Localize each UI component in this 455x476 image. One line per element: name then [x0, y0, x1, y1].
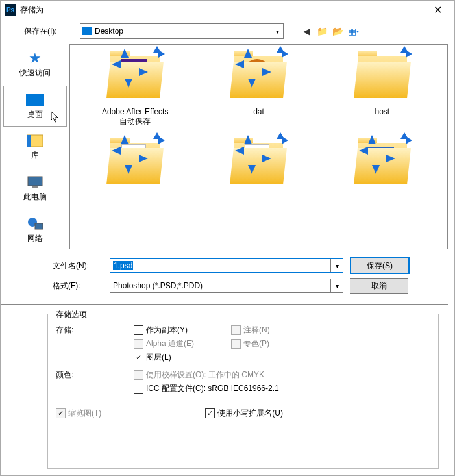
- format-label: 格式(F):: [53, 281, 103, 292]
- places-sidebar: ★ 快速访问 桌面 库: [1, 43, 69, 251]
- storage-label: 存储:: [56, 325, 134, 363]
- checkbox-icon: [134, 339, 143, 349]
- save-as-dialog: Ps 存储为 ✕ 保存在(I): Desktop ▾ ◀ 📁 📂 ▦▾ ★ 快速…: [0, 0, 455, 476]
- svg-rect-3: [32, 186, 38, 188]
- format-field[interactable]: Photoshop (*.PSD;*.PDD) ▾: [110, 279, 343, 293]
- folder-label: host: [375, 107, 389, 116]
- folder-item[interactable]: dat: [200, 47, 317, 127]
- chevron-down-icon[interactable]: ▾: [330, 279, 343, 292]
- format-value: Photoshop (*.PSD;*.PDD): [113, 281, 203, 290]
- sidebar-item-this-pc[interactable]: 此电脑: [3, 168, 67, 210]
- checkbox-icon: [231, 325, 241, 335]
- this-pc-icon: [25, 175, 45, 190]
- save-button[interactable]: 保存(S): [350, 257, 410, 274]
- chk-as-copy[interactable]: 作为副本(Y): [134, 325, 231, 336]
- chevron-down-icon[interactable]: ▾: [330, 259, 343, 272]
- svg-rect-1: [27, 135, 31, 147]
- back-icon[interactable]: ◀: [301, 25, 312, 37]
- sidebar-item-label: 此电脑: [23, 192, 47, 203]
- sidebar-item-libraries[interactable]: 库: [3, 127, 67, 168]
- chk-spot: 专色(P): [231, 338, 328, 349]
- view-menu-icon[interactable]: ▦▾: [347, 25, 359, 37]
- folder-icon: [106, 134, 164, 194]
- filename-value: 1.psd: [113, 261, 133, 270]
- sidebar-item-label: 库: [31, 150, 39, 161]
- sidebar-item-label: 网络: [27, 233, 43, 244]
- form-rows: 文件名(N): 1.psd ▾ 保存(S) 格式(F): Photoshop (…: [1, 251, 448, 305]
- chevron-down-icon[interactable]: ▾: [271, 24, 283, 38]
- folder-item[interactable]: host: [324, 47, 441, 127]
- app-logo: Ps: [5, 4, 16, 16]
- cursor-icon: [51, 111, 60, 123]
- folder-label: dat: [253, 107, 264, 116]
- chk-thumbnail: ✓ 缩览图(T): [56, 408, 101, 419]
- save-in-label: 保存在(I):: [24, 26, 75, 37]
- desktop-icon: [82, 27, 92, 35]
- quick-access-icon: ★: [25, 51, 45, 66]
- checkbox-icon: [231, 339, 241, 349]
- sidebar-item-network[interactable]: 网络: [3, 209, 67, 251]
- checkbox-icon: ✓: [56, 408, 66, 418]
- folder-label-2: 自动保存: [119, 117, 151, 126]
- chk-proof: 使用校样设置(O): 工作中的 CMYK: [134, 370, 279, 381]
- sidebar-item-quick-access[interactable]: ★ 快速访问: [3, 44, 67, 86]
- sidebar-item-label: 桌面: [27, 109, 43, 120]
- checkbox-icon: [134, 370, 143, 380]
- new-folder-icon[interactable]: 📂: [332, 25, 343, 37]
- svg-rect-2: [28, 177, 42, 186]
- folder-label: Adobe After Effects: [102, 107, 169, 116]
- location-combo[interactable]: Desktop ▾: [80, 23, 284, 39]
- folder-item[interactable]: [77, 134, 193, 194]
- window-title: 存储为: [20, 5, 424, 16]
- titlebar: Ps 存储为 ✕: [1, 1, 454, 19]
- checkbox-icon: ✓: [134, 353, 143, 362]
- checkbox-icon: [134, 325, 143, 335]
- libraries-icon: [25, 133, 45, 149]
- separator: [56, 401, 430, 401]
- filename-field[interactable]: 1.psd ▾: [110, 258, 343, 273]
- file-pane[interactable]: AeAEP Adobe After Effects 自动保存: [69, 44, 448, 249]
- checkbox-icon: ✓: [205, 408, 215, 418]
- svg-rect-5: [35, 223, 43, 229]
- folder-item[interactable]: W: [324, 134, 441, 194]
- folder-icon: W: [354, 134, 411, 194]
- filename-label: 文件名(N):: [53, 260, 103, 271]
- folder-item[interactable]: AeAEP Adobe After Effects 自动保存: [77, 47, 193, 127]
- folder-icon: AeAEP: [106, 47, 164, 107]
- body-area: ★ 快速访问 桌面 库: [1, 43, 454, 251]
- save-options-panel: 存储选项 存储: 作为副本(Y) 注释(N) Alpha 通道(E): [47, 314, 439, 469]
- color-label: 颜色:: [56, 370, 134, 394]
- up-icon[interactable]: 📁: [316, 25, 328, 37]
- sidebar-item-desktop[interactable]: 桌面: [3, 86, 67, 127]
- network-icon: [25, 216, 45, 232]
- desktop-icon: [25, 92, 45, 108]
- chk-layers[interactable]: ✓ 图层(L): [134, 352, 231, 363]
- sidebar-item-label: 快速访问: [19, 68, 51, 79]
- chk-lowercase-ext[interactable]: ✓ 使用小写扩展名(U): [205, 408, 283, 419]
- close-button[interactable]: ✕: [424, 1, 450, 19]
- folder-item[interactable]: [200, 134, 317, 194]
- cancel-button[interactable]: 取消: [350, 278, 408, 294]
- nav-icons: ◀ 📁 📂 ▦▾: [301, 25, 359, 37]
- folder-icon: [230, 134, 287, 194]
- checkbox-icon: [134, 384, 143, 394]
- options-legend: 存储选项: [53, 309, 90, 320]
- location-toolbar: 保存在(I): Desktop ▾ ◀ 📁 📂 ▦▾: [1, 19, 454, 43]
- location-value: Desktop: [95, 27, 123, 36]
- chk-alpha: Alpha 通道(E): [134, 338, 231, 349]
- chk-notes: 注释(N): [231, 325, 328, 336]
- folder-icon: [354, 47, 411, 107]
- chk-icc[interactable]: ICC 配置文件(C): sRGB IEC61966-2.1: [134, 383, 279, 394]
- folder-icon: [230, 47, 287, 107]
